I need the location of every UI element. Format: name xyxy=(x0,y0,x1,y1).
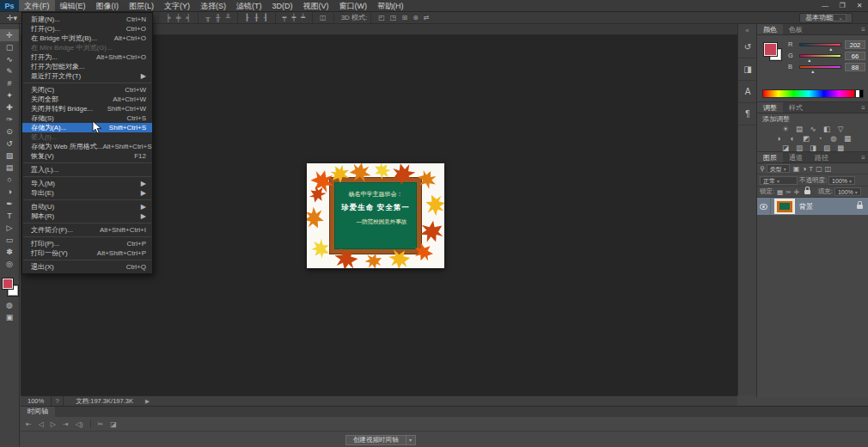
paragraph-panel-icon[interactable]: ¶ xyxy=(738,103,757,126)
file-menu-item[interactable]: 打印一份(Y)Alt+Shift+Ctrl+P xyxy=(22,248,152,258)
distribute-right-edges-icon[interactable]: ┷ xyxy=(298,12,308,23)
marquee-tool[interactable]: ▢ xyxy=(0,41,19,53)
menubar-item-3[interactable]: 图层(L) xyxy=(124,0,159,11)
create-timeline-dropdown-arrow[interactable]: ▾ xyxy=(406,435,416,445)
file-menu-item[interactable]: 打印(P)...Ctrl+P xyxy=(22,239,152,248)
lock-transparency-icon[interactable]: ▦ xyxy=(776,188,784,196)
brush-tool[interactable]: ✑ xyxy=(0,113,19,126)
foreground-color-swatch[interactable] xyxy=(3,279,13,289)
character-panel-icon[interactable]: A xyxy=(738,81,757,103)
lock-position-icon[interactable]: ✛ xyxy=(792,188,799,196)
panel-menu-icon[interactable]: ≡ xyxy=(861,102,868,113)
file-menu-item[interactable]: 关闭全部Alt+Ctrl+W xyxy=(22,95,152,104)
file-menu-item[interactable]: 恢复(V)F12 xyxy=(22,151,152,161)
levels-icon[interactable]: ▤ xyxy=(794,125,804,134)
align-top-edges-icon[interactable]: ╞ xyxy=(163,12,174,23)
black-white-icon[interactable]: ◩ xyxy=(801,134,811,144)
menubar-item-2[interactable]: 图像(I) xyxy=(91,0,125,11)
file-menu-item[interactable]: 文件简介(F)...Alt+Shift+Ctrl+I xyxy=(22,225,152,235)
distribute-bottom-edges-icon[interactable]: ┨ xyxy=(261,12,271,23)
restore-button[interactable]: ❐ xyxy=(834,0,851,11)
channel-slider-b[interactable]: ▴ xyxy=(799,65,841,69)
tab-adjustments[interactable]: 调整 xyxy=(757,102,783,113)
distribute-vertical-centers-icon[interactable]: ╂ xyxy=(252,12,261,23)
menubar-item-8[interactable]: 视图(V) xyxy=(298,0,334,11)
curves-icon[interactable]: ∿ xyxy=(808,125,818,134)
menubar-item-6[interactable]: 滤镜(T) xyxy=(231,0,267,11)
fill-dropdown[interactable]: 100% ▾ xyxy=(834,187,861,196)
foreground-color-swatch[interactable] xyxy=(764,43,777,56)
channel-slider-g[interactable]: ▴ xyxy=(799,54,841,58)
layer-visibility-cell[interactable] xyxy=(757,198,771,215)
zoom-level-field[interactable]: 100% xyxy=(21,396,52,406)
dodge-tool[interactable]: ◑ xyxy=(0,186,19,198)
3d-drag-icon[interactable]: ⊞ xyxy=(399,12,410,23)
zoom-tool[interactable]: ◎ xyxy=(0,258,19,270)
filter-smart-objects-icon[interactable]: ◫ xyxy=(825,165,832,173)
layer-thumbnail[interactable] xyxy=(774,199,795,214)
rectangle-tool[interactable]: ▭ xyxy=(0,234,19,246)
tab-channels[interactable]: 通道 xyxy=(783,152,809,162)
type-tool[interactable]: T xyxy=(0,210,19,222)
menubar-item-4[interactable]: 文字(Y) xyxy=(159,0,195,11)
eraser-tool[interactable]: ▨ xyxy=(0,150,19,162)
3d-scale-icon[interactable]: ⇄ xyxy=(421,12,432,23)
filter-type-layers-icon[interactable]: T xyxy=(809,165,813,173)
lock-pixels-icon[interactable]: ✑ xyxy=(785,188,792,196)
clone-stamp-tool[interactable]: ⊙ xyxy=(0,126,19,138)
hue-saturation-icon[interactable]: ◑ xyxy=(773,134,784,144)
tab-swatches[interactable]: 色板 xyxy=(783,24,809,34)
transition-icon[interactable]: ◪ xyxy=(110,420,117,428)
layer-name[interactable]: 背景 xyxy=(799,202,854,211)
layer-filter-type-dropdown[interactable]: 类型 ▾ xyxy=(767,164,790,173)
status-options-arrow[interactable]: ▶ xyxy=(145,398,150,405)
path-selection-tool[interactable]: ▷ xyxy=(0,222,19,234)
file-menu-item[interactable]: 在 Bridge 中浏览(B)...Alt+Ctrl+O xyxy=(22,34,152,43)
color-balance-icon[interactable]: ◐ xyxy=(787,134,798,144)
spectrum-bw-end[interactable] xyxy=(855,89,864,98)
align-right-edges-icon[interactable]: ╨ xyxy=(223,12,233,23)
healing-brush-tool[interactable]: ✚ xyxy=(0,101,19,113)
crop-tool[interactable]: # xyxy=(0,77,19,89)
menubar-item-1[interactable]: 编辑(E) xyxy=(55,0,91,11)
eyedropper-tool[interactable]: ✦ xyxy=(0,89,19,101)
distribute-left-edges-icon[interactable]: ┯ xyxy=(280,12,290,23)
3d-rotate-icon[interactable]: ◰ xyxy=(376,12,388,23)
history-brush-tool[interactable]: ↺ xyxy=(0,138,19,150)
tool-preset-icon[interactable]: ✛▾ xyxy=(0,14,24,22)
history-panel-icon[interactable]: ↺ xyxy=(738,36,757,58)
exposure-icon[interactable]: ◧ xyxy=(822,125,832,134)
workspace-switcher[interactable]: 基本功能⌄ xyxy=(799,13,853,23)
opacity-dropdown[interactable]: 100% ▾ xyxy=(828,176,855,185)
layer-row-background[interactable]: 背景 xyxy=(757,198,868,215)
align-bottom-edges-icon[interactable]: ╡ xyxy=(183,12,193,23)
3d-slide-icon[interactable]: ⊕ xyxy=(410,12,421,23)
screen-mode[interactable]: ▣ xyxy=(0,311,19,323)
file-menu-item[interactable]: 关闭并转到 Bridge...Shift+Ctrl+W xyxy=(22,104,152,113)
menubar-item-5[interactable]: 选择(S) xyxy=(195,0,231,11)
file-menu-item[interactable]: 存储(S)Ctrl+S xyxy=(22,113,152,123)
file-menu-item[interactable]: 关闭(C)Ctrl+W xyxy=(22,85,152,95)
menubar-item-7[interactable]: 3D(D) xyxy=(267,0,298,11)
slider-thumb-icon[interactable]: ▴ xyxy=(808,58,810,63)
color-lookup-icon[interactable]: ▦ xyxy=(842,134,853,144)
file-menu-item[interactable]: 最近打开文件(T)▶ xyxy=(22,71,152,81)
create-video-timeline-button[interactable]: 创建视频时间轴 xyxy=(345,435,406,445)
close-button[interactable]: ✕ xyxy=(851,0,868,11)
hand-tool[interactable]: ✽ xyxy=(0,246,19,258)
filter-adjustment-layers-icon[interactable]: ◑ xyxy=(802,165,806,173)
file-menu-item[interactable]: 导入(M)▶ xyxy=(22,179,152,188)
panel-menu-icon[interactable]: ≡ xyxy=(861,24,868,34)
channel-value-r[interactable]: 202 xyxy=(845,40,865,49)
menubar-item-10[interactable]: 帮助(H) xyxy=(372,0,409,11)
file-menu-item[interactable]: 脚本(R)▶ xyxy=(22,211,152,221)
tab-timeline[interactable]: 时间轴 xyxy=(21,407,55,417)
quick-selection-tool[interactable]: ✎ xyxy=(0,65,19,77)
menubar-item-9[interactable]: 窗口(W) xyxy=(334,0,373,11)
file-menu-item[interactable]: 打开(O)...Ctrl+O xyxy=(22,24,152,34)
properties-panel-icon[interactable]: ◨ xyxy=(738,58,757,81)
channel-mixer-icon[interactable]: ◍ xyxy=(828,134,839,144)
next-frame-icon[interactable]: ⇥ xyxy=(63,420,69,428)
gradient-tool[interactable]: ▤ xyxy=(0,162,19,174)
blend-mode-dropdown[interactable]: 正常 ▾ xyxy=(760,176,798,185)
